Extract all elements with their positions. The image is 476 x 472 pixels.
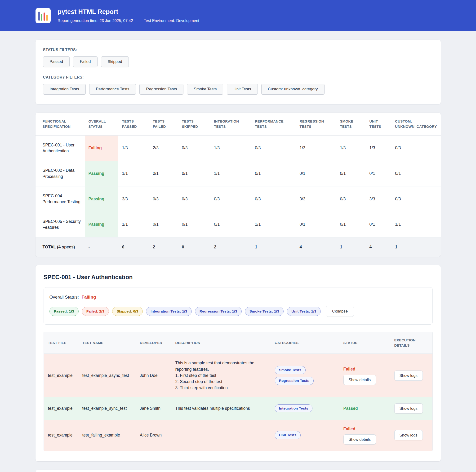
spec-section-title: SPEC-001 - User Authentication [44,274,433,281]
metric-cell: 0/1 [296,161,336,186]
column-header: TEST FILE [44,332,78,354]
filter-button-custom-unknown-category[interactable]: Custom: unknown_category [261,84,324,95]
metric-cell: 0/3 [149,186,178,212]
regression-tests-badge: Regression Tests: 1/3 [195,307,242,316]
failed-count-badge: Failed: 2/3 [82,307,109,316]
column-header: DESCRIPTION [171,332,271,354]
category-pill: Smoke Tests [275,366,306,374]
category-pill: Unit Tests [275,431,301,439]
metric-cell: 1/1 [118,212,149,237]
metric-cell: 0/1 [336,161,365,186]
column-header: INTEGRATION TESTS [210,113,251,135]
overall-status-value: Failing [81,294,96,300]
column-header: REGRESSION TESTS [296,113,336,135]
show-logs-button[interactable]: Show logs [394,371,423,381]
execution-details-cell: Show logs [390,354,432,397]
collapse-button[interactable]: Collapse [326,306,354,317]
metric-cell: 1/3 [210,135,251,161]
total-cell: 2 [210,237,251,257]
filter-button-regression-tests[interactable]: Regression Tests [139,84,184,95]
spec-002-section: SPEC-002 - Data Processing Overall Statu… [35,470,441,472]
show-logs-button[interactable]: Show logs [394,430,423,440]
developer-name: John Doe [136,354,171,397]
filters-panel: STATUS FILTERS: Passed Failed Skipped CA… [35,40,441,104]
status-text: Failed [343,366,386,372]
filter-button-skipped[interactable]: Skipped [101,56,129,67]
column-header: CATEGORIES [271,332,339,354]
metric-cell: 0/1 [391,161,441,186]
total-cell: 1 [336,237,365,257]
metric-cell: 0/3 [391,135,441,161]
metric-cell: 0/1 [365,161,391,186]
metric-cell: 0/1 [365,212,391,237]
column-header: OVERALL STATUS [85,113,118,135]
metric-cell: 0/1 [149,161,178,186]
spec-tests-table: TEST FILE TEST NAME DEVELOPER DESCRIPTIO… [44,332,432,451]
category-filters-label: CATEGORY FILTERS: [43,75,433,80]
metric-cell: 2/3 [149,135,178,161]
overall-status-cell: Passing [85,212,118,237]
metric-cell: 1/3 [365,135,391,161]
metric-cell: 1/3 [336,135,365,161]
column-header: TESTS FAILED [149,113,178,135]
spec-name: SPEC-001 - User Authentication [35,135,85,161]
filter-button-performance-tests[interactable]: Performance Tests [89,84,136,95]
category-pill: Integration Tests [275,404,313,413]
overall-status-label: Overall Status: [50,294,79,300]
metric-cell: 0/1 [149,212,178,237]
metric-cell: 0/3 [251,135,296,161]
column-header: DEVELOPER [136,332,171,354]
spec-name: SPEC-005 - Security Features [35,212,85,237]
metric-cell: 0/3 [178,135,210,161]
metric-cell: 0/1 [251,161,296,186]
total-cell: 0 [178,237,210,257]
integration-tests-badge: Integration Tests: 1/3 [146,307,192,316]
filter-button-smoke-tests[interactable]: Smoke Tests [187,84,223,95]
metric-cell: 0/1 [178,161,210,186]
metric-cell: 1/1 [118,161,149,186]
column-header: CUSTOM: UNKNOWN_CATEGORY [391,113,441,135]
spec-name: SPEC-004 - Performance Testing [35,186,85,212]
test-description: This test validates multiple specificati… [171,397,271,420]
show-details-button[interactable]: Show details [343,434,376,445]
status-filters-label: STATUS FILTERS: [43,48,433,52]
metric-cell: 1/1 [391,212,441,237]
metric-cell: 1/3 [118,135,149,161]
column-header: UNIT TESTS [365,113,391,135]
metric-cell: 0/3 [336,186,365,212]
execution-details-cell: Show logs [390,420,432,451]
test-file: test_example [44,354,78,397]
test-name: test_example_sync_test [78,397,136,420]
test-environment: Test Environment: Development [144,18,199,23]
filter-button-failed[interactable]: Failed [73,56,97,67]
status-cell: Failed Show details [339,420,390,451]
test-row: test_example test_failing_example Alice … [44,420,432,451]
page-title: pytest HTML Report [58,8,199,16]
test-file: test_example [44,420,78,451]
total-cell: 4 [296,237,336,257]
summary-table-card: FUNCTIONAL SPECIFICATION OVERALL STATUS … [35,113,441,257]
column-header: PERFORMANCE TESTS [251,113,296,135]
metric-cell: 1/3 [296,135,336,161]
categories-cell: Unit Tests [271,420,339,451]
overall-status-cell: Passing [85,186,118,212]
metric-cell: 0/3 [391,186,441,212]
developer-name: Alice Brown [136,420,171,451]
total-cell: 1 [391,237,441,257]
unit-tests-badge: Unit Tests: 1/3 [287,307,321,316]
metric-cell: 0/3 [251,186,296,212]
spec-status-box: Overall Status: Failing Passed: 1/3 Fail… [44,287,433,325]
filter-button-integration-tests[interactable]: Integration Tests [43,84,86,95]
execution-details-cell: Show logs [390,397,432,420]
show-logs-button[interactable]: Show logs [394,403,423,414]
test-description [171,420,271,451]
passed-count-badge: Passed: 1/3 [50,307,79,316]
test-row: test_example test_example_sync_test Jane… [44,397,432,420]
filter-button-passed[interactable]: Passed [43,56,70,67]
status-cell: Failed Show details [339,354,390,397]
show-details-button[interactable]: Show details [343,375,376,385]
summary-header-row: FUNCTIONAL SPECIFICATION OVERALL STATUS … [35,113,441,135]
total-cell: 6 [118,237,149,257]
total-cell: 2 [149,237,178,257]
filter-button-unit-tests[interactable]: Unit Tests [227,84,257,95]
